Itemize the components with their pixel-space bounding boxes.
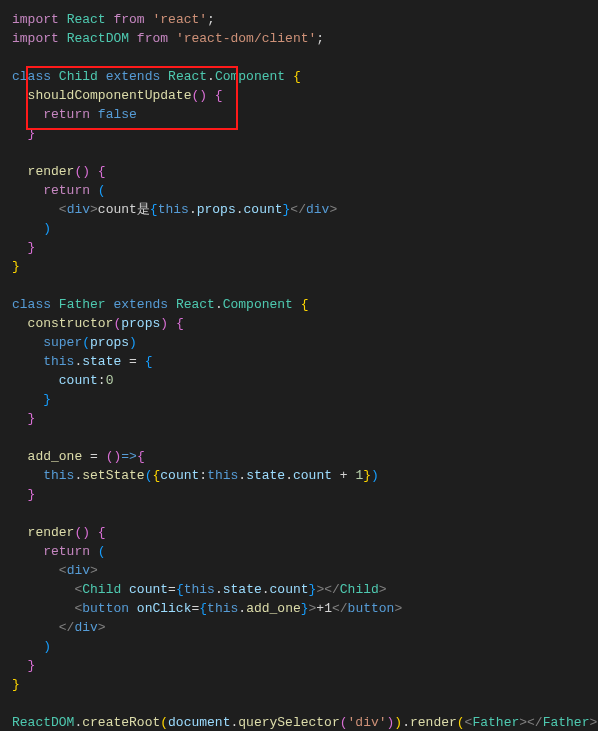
prop-state: state <box>82 354 121 369</box>
fn-render: render <box>410 715 457 730</box>
num-zero: 0 <box>106 373 114 388</box>
kw-class: class <box>12 297 51 312</box>
tag-child: Child <box>82 582 121 597</box>
id-reactdom: ReactDOM <box>12 715 74 730</box>
prop-count: count <box>244 202 283 217</box>
tag-button-close: button <box>348 601 395 616</box>
text-plus-one: +1 <box>316 601 332 616</box>
kw-from: from <box>137 31 168 46</box>
id-react: React <box>168 69 207 84</box>
code-block: import React from 'react'; import ReactD… <box>12 10 586 731</box>
tag-div-close: div <box>306 202 329 217</box>
fn-createroot: createRoot <box>82 715 160 730</box>
kw-this: this <box>207 468 238 483</box>
fn-shouldcomponentupdate: shouldComponentUpdate <box>28 88 192 103</box>
kw-return: return <box>43 107 90 122</box>
kw-import: import <box>12 12 59 27</box>
kw-this: this <box>43 468 74 483</box>
prop-count: count <box>270 582 309 597</box>
tag-button: button <box>82 601 129 616</box>
id-react: React <box>176 297 215 312</box>
prop-count: count <box>59 373 98 388</box>
id-component: Component <box>223 297 293 312</box>
kw-class: class <box>12 69 51 84</box>
kw-this: this <box>43 354 74 369</box>
kw-false: false <box>98 107 137 122</box>
kw-from: from <box>113 12 144 27</box>
fn-render: render <box>28 525 75 540</box>
str-div: 'div' <box>348 715 387 730</box>
fn-queryselector: querySelector <box>238 715 339 730</box>
fn-setstate: setState <box>82 468 144 483</box>
kw-return: return <box>43 183 90 198</box>
tag-father: Father <box>472 715 519 730</box>
prop-state: state <box>223 582 262 597</box>
kw-return: return <box>43 544 90 559</box>
kw-super: super <box>43 335 82 350</box>
attr-onclick: onClick <box>137 601 192 616</box>
prop-state: state <box>246 468 285 483</box>
str-react: 'react' <box>152 12 207 27</box>
param-props: props <box>90 335 129 350</box>
fn-constructor: constructor <box>28 316 114 331</box>
fn-add-one: add_one <box>28 449 83 464</box>
op-plus: + <box>332 468 355 483</box>
cls-father: Father <box>59 297 106 312</box>
fn-render: render <box>28 164 75 179</box>
kw-this: this <box>207 601 238 616</box>
kw-extends: extends <box>113 297 168 312</box>
id-document: document <box>168 715 230 730</box>
text-count: count是 <box>98 202 150 217</box>
kw-extends: extends <box>106 69 161 84</box>
prop-count: count <box>160 468 199 483</box>
prop-count: count <box>293 468 332 483</box>
kw-this: this <box>158 202 189 217</box>
cls-child: Child <box>59 69 98 84</box>
kw-import: import <box>12 31 59 46</box>
id-react: React <box>67 12 106 27</box>
tag-child-close: Child <box>340 582 379 597</box>
tag-div: div <box>67 202 90 217</box>
id-reactdom: ReactDOM <box>67 31 129 46</box>
prop-add-one: add_one <box>246 601 301 616</box>
attr-count: count <box>129 582 168 597</box>
tag-father-close: Father <box>543 715 590 730</box>
id-component: Component <box>215 69 285 84</box>
tag-div: div <box>67 563 90 578</box>
param-props: props <box>121 316 160 331</box>
str-reactdom-client: 'react-dom/client' <box>176 31 316 46</box>
tag-div-close: div <box>74 620 97 635</box>
kw-this: this <box>184 582 215 597</box>
prop-props: props <box>197 202 236 217</box>
